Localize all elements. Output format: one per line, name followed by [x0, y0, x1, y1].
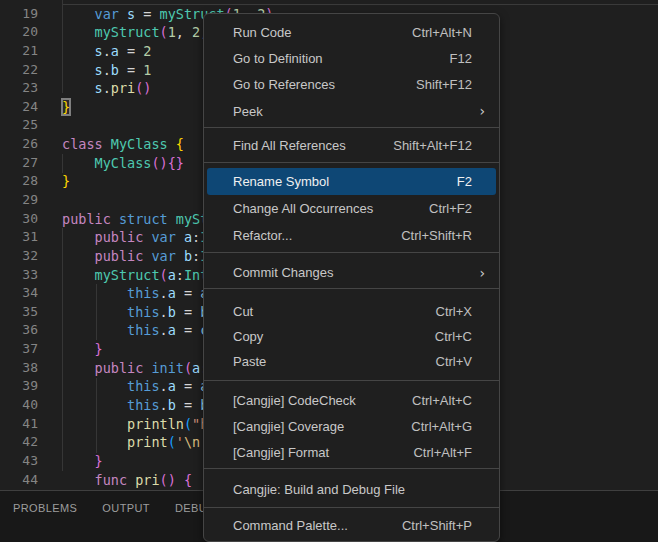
submenu-arrow-icon: ›	[479, 265, 485, 281]
menu-item-rename-symbol[interactable]: Rename SymbolF2	[207, 168, 496, 195]
menu-item-cangjie-codecheck[interactable]: [Cangjie] CodeCheckCtrl+Alt+C	[204, 388, 499, 414]
editor-context-menu: Run CodeCtrl+Alt+NGo to DefinitionF12Go …	[203, 13, 500, 542]
line-number-22[interactable]: 22	[0, 61, 40, 80]
menu-item-shortcut: F2	[457, 174, 472, 189]
menu-separator	[204, 127, 499, 128]
line-number-33[interactable]: 33	[0, 266, 40, 285]
line-number-42[interactable]: 42	[0, 433, 40, 452]
menu-item-label: Go to Definition	[233, 51, 323, 66]
menu-item-label: Run Code	[233, 25, 292, 40]
menu-item-paste[interactable]: PasteCtrl+V	[204, 349, 499, 374]
menu-item-refactor[interactable]: Refactor...Ctrl+Shift+R	[204, 222, 499, 249]
menu-item-go-to-definition[interactable]: Go to DefinitionF12	[204, 45, 499, 71]
line-number-23[interactable]: 23	[0, 79, 40, 98]
menu-item-change-all-occurrences[interactable]: Change All OccurrencesCtrl+F2	[204, 195, 499, 222]
line-number-gutter[interactable]: 1920212223242526272829303132333435363738…	[0, 5, 40, 490]
menu-separator	[204, 380, 499, 381]
line-number-41[interactable]: 41	[0, 415, 40, 434]
menu-item-label: Find All References	[233, 138, 346, 153]
menu-item-shortcut: Shift+F12	[416, 77, 472, 92]
matched-bracket: }	[62, 99, 70, 115]
menu-item-go-to-references[interactable]: Go to ReferencesShift+F12	[204, 72, 499, 98]
line-number-28[interactable]: 28	[0, 172, 40, 191]
menu-item-shortcut: Ctrl+Alt+C	[412, 393, 472, 408]
panel-tab-output[interactable]: OUTPUT	[102, 502, 150, 514]
menu-item-shortcut: Ctrl+Shift+P	[402, 518, 472, 533]
menu-item-label: Commit Changes	[233, 265, 333, 280]
menu-item-cut[interactable]: CutCtrl+X	[204, 299, 499, 324]
line-number-35[interactable]: 35	[0, 303, 40, 322]
line-number-26[interactable]: 26	[0, 135, 40, 154]
line-number-44[interactable]: 44	[0, 471, 40, 490]
line-number-36[interactable]: 36	[0, 321, 40, 340]
menu-item-label: Command Palette...	[233, 518, 348, 533]
menu-item-copy[interactable]: CopyCtrl+C	[204, 324, 499, 349]
panel-tab-problems[interactable]: PROBLEMS	[13, 502, 77, 514]
menu-separator	[204, 468, 499, 469]
line-number-40[interactable]: 40	[0, 396, 40, 415]
line-number-37[interactable]: 37	[0, 340, 40, 359]
menu-item-label: [Cangjie] CodeCheck	[233, 393, 356, 408]
menu-item-commit-changes[interactable]: Commit Changes›	[204, 259, 499, 286]
menu-separator	[204, 288, 499, 289]
menu-item-label: Cut	[233, 304, 253, 319]
menu-item-label: Copy	[233, 329, 263, 344]
menu-item-cangjie-format[interactable]: [Cangjie] FormatCtrl+Alt+F	[204, 440, 499, 466]
menu-item-shortcut: Ctrl+F2	[429, 201, 472, 216]
line-number-20[interactable]: 20	[0, 23, 40, 42]
line-number-39[interactable]: 39	[0, 377, 40, 396]
menu-item-label: Paste	[233, 354, 266, 369]
line-number-43[interactable]: 43	[0, 452, 40, 471]
menu-item-label: [Cangjie] Coverage	[233, 419, 344, 434]
menu-item-find-all-references[interactable]: Find All ReferencesShift+Alt+F12	[204, 133, 499, 158]
menu-item-label: Rename Symbol	[233, 174, 329, 189]
menu-item-peek[interactable]: Peek›	[204, 98, 499, 124]
menu-item-shortcut: Ctrl+Alt+N	[412, 25, 472, 40]
menu-item-shortcut: Ctrl+V	[436, 354, 472, 369]
line-number-27[interactable]: 27	[0, 154, 40, 173]
line-number-30[interactable]: 30	[0, 210, 40, 229]
menu-item-shortcut: F12	[450, 51, 472, 66]
menu-item-run-code[interactable]: Run CodeCtrl+Alt+N	[204, 19, 499, 45]
menu-item-shortcut: Ctrl+Alt+F	[413, 445, 472, 460]
line-number-32[interactable]: 32	[0, 247, 40, 266]
menu-item-label: Cangjie: Build and Debug File	[233, 482, 405, 497]
menu-item-command-palette[interactable]: Command Palette...Ctrl+Shift+P	[204, 512, 499, 538]
menu-separator	[204, 162, 499, 163]
line-number-34[interactable]: 34	[0, 284, 40, 303]
vscode-window: 1920212223242526272829303132333435363738…	[0, 0, 658, 542]
submenu-arrow-icon: ›	[479, 103, 485, 119]
menu-item-shortcut: Ctrl+Shift+R	[401, 228, 472, 243]
line-number-25[interactable]: 25	[0, 116, 40, 135]
line-number-21[interactable]: 21	[0, 42, 40, 61]
menu-separator	[204, 507, 499, 508]
line-number-31[interactable]: 31	[0, 228, 40, 247]
menu-item-label: Change All Occurrences	[233, 201, 373, 216]
menu-item-shortcut: Ctrl+C	[435, 329, 472, 344]
menu-item-shortcut: Shift+Alt+F12	[393, 138, 472, 153]
menu-separator	[204, 252, 499, 253]
menu-item-label: Peek	[233, 104, 263, 119]
line-number-29[interactable]: 29	[0, 191, 40, 210]
line-number-19[interactable]: 19	[0, 5, 40, 24]
line-number-38[interactable]: 38	[0, 359, 40, 378]
line-number-24[interactable]: 24	[0, 98, 40, 117]
menu-item-label: Refactor...	[233, 228, 292, 243]
menu-item-label: Go to References	[233, 77, 335, 92]
menu-item-shortcut: Ctrl+X	[436, 304, 472, 319]
menu-item-cangjie-coverage[interactable]: [Cangjie] CoverageCtrl+Alt+G	[204, 414, 499, 440]
menu-item-shortcut: Ctrl+Alt+G	[411, 419, 472, 434]
menu-item-label: [Cangjie] Format	[233, 445, 329, 460]
menu-item-cangjie-build-and-debug-file[interactable]: Cangjie: Build and Debug File	[204, 477, 499, 503]
